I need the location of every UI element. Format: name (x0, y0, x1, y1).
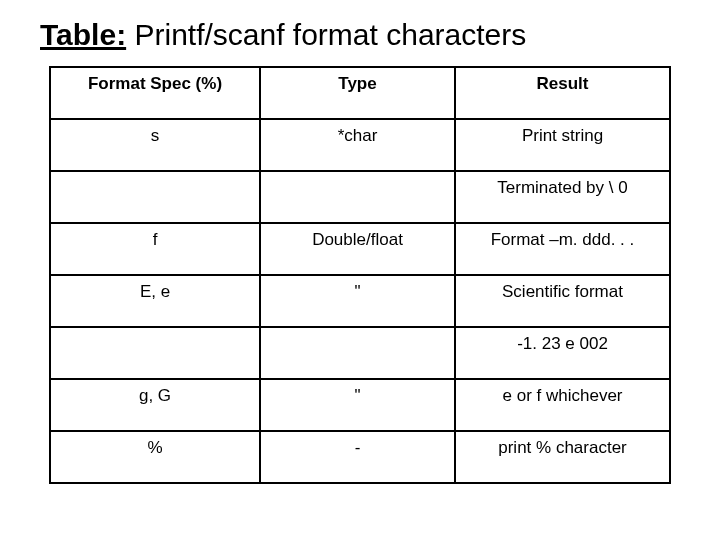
cell: print % character (455, 431, 670, 483)
table-row: E, e " Scientific format (50, 275, 670, 327)
cell: " (260, 379, 455, 431)
cell: Terminated by \ 0 (455, 171, 670, 223)
cell: % (50, 431, 260, 483)
table-row: f Double/float Format –m. ddd. . . (50, 223, 670, 275)
cell: Print string (455, 119, 670, 171)
cell (50, 171, 260, 223)
cell: f (50, 223, 260, 275)
cell (260, 327, 455, 379)
cell: -1. 23 e 002 (455, 327, 670, 379)
cell: g, G (50, 379, 260, 431)
cell: " (260, 275, 455, 327)
cell: Double/float (260, 223, 455, 275)
title-rest: Printf/scanf format characters (126, 18, 526, 51)
cell (260, 171, 455, 223)
table-row: g, G " e or f whichever (50, 379, 670, 431)
cell: e or f whichever (455, 379, 670, 431)
table-row: Terminated by \ 0 (50, 171, 670, 223)
cell (50, 327, 260, 379)
header-result: Result (455, 67, 670, 119)
cell: Scientific format (455, 275, 670, 327)
header-type: Type (260, 67, 455, 119)
cell: s (50, 119, 260, 171)
format-table: Format Spec (%) Type Result s *char Prin… (49, 66, 671, 484)
cell: Format –m. ddd. . . (455, 223, 670, 275)
table-row: % - print % character (50, 431, 670, 483)
cell: *char (260, 119, 455, 171)
title-prefix: Table: (40, 18, 126, 51)
header-format-spec: Format Spec (%) (50, 67, 260, 119)
table-row: -1. 23 e 002 (50, 327, 670, 379)
page-title: Table: Printf/scanf format characters (40, 18, 680, 52)
table-header-row: Format Spec (%) Type Result (50, 67, 670, 119)
cell: E, e (50, 275, 260, 327)
cell: - (260, 431, 455, 483)
table-row: s *char Print string (50, 119, 670, 171)
